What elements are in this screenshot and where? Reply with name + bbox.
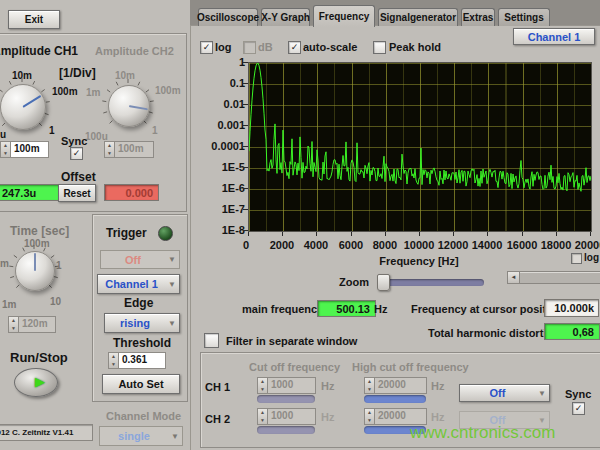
- ch1-low-cutoff-slider[interactable]: [257, 395, 315, 403]
- x-log-checkbox[interactable]: [571, 253, 582, 264]
- spin-down-icon[interactable]: ▼: [1, 150, 10, 158]
- tab-extras[interactable]: Extras: [461, 8, 495, 26]
- run-stop-button[interactable]: ▶: [14, 368, 58, 397]
- autoscale-checkbox[interactable]: ✓: [288, 41, 301, 54]
- threshold-spinner-arrows[interactable]: ▲▼: [109, 353, 119, 368]
- trigger-source-dropdown[interactable]: Channel 1 ▼: [97, 274, 180, 294]
- trigger-mode-value: Off: [101, 254, 165, 266]
- time-spinner[interactable]: ▲▼ 120m: [8, 316, 56, 333]
- tab-xy-graph[interactable]: X-Y Graph: [261, 8, 310, 26]
- time-value: 120m: [19, 317, 55, 332]
- scroll-left-arrow-icon[interactable]: ◄: [508, 272, 520, 283]
- spectrum-trace: [249, 63, 591, 191]
- spin-down-icon[interactable]: ▼: [9, 325, 18, 333]
- spectrum-plot[interactable]: [248, 62, 592, 232]
- tab-oscilloscope[interactable]: Oscilloscope: [198, 8, 258, 26]
- channel-mode-dropdown[interactable]: single ▼: [99, 426, 183, 446]
- spinner-arrows[interactable]: ▲▼: [365, 409, 375, 424]
- tab-settings[interactable]: Settings: [498, 8, 550, 26]
- tab-label: Settings: [504, 12, 543, 23]
- threshold-spinner[interactable]: ▲▼ 0.361: [108, 352, 166, 369]
- channel-select-button[interactable]: Channel 1: [513, 28, 595, 45]
- tab-label: Signalgenerator: [380, 12, 456, 23]
- ch2-scale-100m: 100m: [155, 85, 181, 96]
- amplitude-ch1-knob[interactable]: [0, 84, 46, 130]
- auto-set-button[interactable]: Auto Set: [102, 374, 180, 394]
- ch2-low-cutoff-slider[interactable]: [257, 426, 315, 434]
- amplitude-ch1-spinner[interactable]: ▲▼ 100m: [0, 141, 49, 158]
- check-icon: ✓: [291, 43, 299, 52]
- spin-up-icon[interactable]: ▲: [258, 378, 267, 386]
- scrollbar-thumb[interactable]: [520, 272, 600, 283]
- reset-button-label: Reset: [63, 188, 90, 199]
- filter-window-checkbox[interactable]: [204, 333, 219, 348]
- ch2-offset-display: 0.000: [104, 184, 159, 201]
- spinner-arrows[interactable]: ▲▼: [258, 409, 268, 424]
- ch2-low-cutoff-value: 1000: [268, 409, 315, 424]
- filter-sync-label: Sync: [565, 388, 591, 400]
- trigger-title: Trigger: [106, 226, 147, 240]
- spin-down-icon[interactable]: ▼: [258, 386, 267, 394]
- filter-mode-ch1-dropdown[interactable]: Off ▼: [459, 384, 550, 402]
- tab-label: Frequency: [319, 11, 370, 22]
- db-label: dB: [258, 41, 273, 53]
- autoscale-label: auto-scale: [303, 41, 357, 53]
- offset-reset-button[interactable]: Reset: [58, 184, 96, 202]
- ch2-scale-1m: 1m: [86, 87, 100, 98]
- exit-button-label: Exit: [25, 14, 43, 25]
- exit-button[interactable]: Exit: [8, 10, 60, 29]
- ch1-high-cutoff-slider[interactable]: [364, 395, 426, 403]
- tab-label: X-Y Graph: [261, 12, 310, 23]
- offset-label: Offset: [61, 170, 96, 184]
- spin-up-icon[interactable]: ▲: [258, 409, 267, 417]
- tab-frequency[interactable]: Frequency: [313, 5, 375, 27]
- trigger-edge-dropdown[interactable]: rising ▼: [104, 313, 180, 333]
- sync-checkbox[interactable]: ✓: [70, 147, 83, 160]
- db-checkbox[interactable]: [243, 41, 256, 54]
- y-tick: 0.0001: [205, 140, 245, 152]
- threshold-value[interactable]: 0.361: [119, 353, 165, 368]
- spin-up-icon[interactable]: ▲: [1, 142, 10, 150]
- spin-up-icon[interactable]: ▲: [105, 142, 114, 150]
- edge-label: Edge: [124, 296, 153, 310]
- ch2-knob-needle: [129, 105, 148, 110]
- spin-down-icon[interactable]: ▼: [258, 417, 267, 425]
- x-tick: 20000: [567, 239, 600, 251]
- ch2-low-cutoff-spinner[interactable]: ▲▼ 1000: [257, 408, 316, 425]
- zoom-slider-track[interactable]: [378, 279, 484, 286]
- ch1-spinner-arrows[interactable]: ▲▼: [1, 142, 11, 157]
- peak-hold-checkbox[interactable]: [373, 41, 386, 54]
- spin-up-icon[interactable]: ▲: [9, 317, 18, 325]
- spin-down-icon[interactable]: ▼: [365, 417, 374, 425]
- tab-label: Oscilloscope: [197, 12, 259, 23]
- spin-up-icon[interactable]: ▲: [365, 378, 374, 386]
- spin-up-icon[interactable]: ▲: [365, 409, 374, 417]
- ch1-scale-100m: 100m: [52, 86, 78, 97]
- spin-up-icon[interactable]: ▲: [109, 353, 118, 361]
- x-axis-title: Frequency [Hz]: [359, 255, 479, 267]
- spin-down-icon[interactable]: ▼: [365, 386, 374, 394]
- graph-h-scrollbar[interactable]: ◄: [507, 271, 600, 284]
- trigger-mode-dropdown[interactable]: Off ▼: [100, 250, 180, 269]
- filter-sync-checkbox[interactable]: ✓: [572, 402, 585, 415]
- amplitude-ch2-spinner[interactable]: ▲▼ 100m: [104, 141, 154, 158]
- tab-signalgenerator[interactable]: Signalgenerator: [378, 8, 458, 26]
- zoom-slider-thumb[interactable]: [377, 274, 390, 291]
- amplitude-ch2-knob[interactable]: [108, 85, 150, 127]
- ch1-low-cutoff-spinner[interactable]: ▲▼ 1000: [257, 377, 316, 394]
- peak-hold-label: Peak hold: [389, 41, 441, 53]
- spin-down-icon[interactable]: ▼: [105, 150, 114, 158]
- channel-mode-value: single: [100, 430, 168, 442]
- ch1-high-cutoff-spinner[interactable]: ▲▼ 20000: [364, 377, 427, 394]
- time-knob[interactable]: [15, 251, 55, 291]
- spinner-arrows[interactable]: ▲▼: [258, 378, 268, 393]
- ch2-spinner-arrows[interactable]: ▲▼: [105, 142, 115, 157]
- spin-down-icon[interactable]: ▼: [109, 361, 118, 369]
- ch1-amplitude-value[interactable]: 100m: [11, 142, 48, 157]
- time-spinner-arrows[interactable]: ▲▼: [9, 317, 19, 332]
- main-frequency-unit: Hz: [374, 303, 387, 315]
- spinner-arrows[interactable]: ▲▼: [365, 378, 375, 393]
- thd-label: Total harmonic distortion: [428, 327, 560, 339]
- log-checkbox[interactable]: ✓: [200, 41, 213, 54]
- log-label: log: [215, 41, 232, 53]
